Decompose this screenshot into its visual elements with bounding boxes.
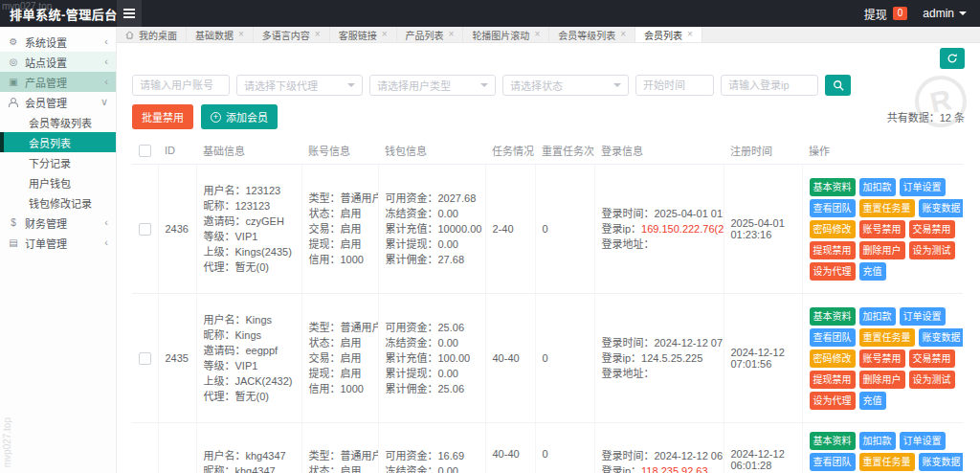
tab-carousel-images[interactable]: 轮播图片滚动×	[463, 27, 549, 42]
info-line: 交易：启用	[309, 221, 374, 236]
sidebar-item-order-management[interactable]: ▤订单管理‹	[0, 233, 116, 253]
withdraw-menu-item[interactable]: 提现 0	[864, 6, 908, 22]
field-label: 等级：	[204, 231, 235, 242]
op-delete-user-button[interactable]: 删除用户	[859, 241, 905, 259]
op-delete-user-button[interactable]: 删除用户	[859, 371, 905, 389]
field-label: 等级：	[204, 360, 235, 372]
refresh-button[interactable]	[940, 48, 965, 69]
op-reset-task-count-button[interactable]: 重置任务量	[859, 328, 915, 347]
field-value: 启用	[341, 465, 362, 473]
reset-count-cell: 0	[535, 294, 594, 423]
info-line: 类型：普通用户	[309, 448, 374, 463]
op-view-team-button[interactable]: 查看团队	[810, 453, 856, 471]
basic-info-cell: 用户名：123123昵称：123123邀请码：czyGEH等级：VIP1上级：K…	[196, 165, 301, 294]
sidebar-item-wallet-modify-records[interactable]: 钱包修改记录	[0, 192, 116, 213]
field-label: 代理：	[204, 261, 235, 273]
close-tab-icon[interactable]: ×	[449, 30, 455, 39]
status-select[interactable]: 请选择状态	[502, 75, 629, 96]
agent-select[interactable]: 请选择下级代理	[236, 75, 363, 96]
close-tab-icon[interactable]: ×	[687, 30, 693, 39]
user-type-select[interactable]: 请选择用户类型	[369, 75, 496, 96]
op-basic-info-button[interactable]: 基本资料	[810, 178, 856, 196]
sidebar-item-member-list[interactable]: 会员列表	[0, 132, 116, 152]
tab-service-link[interactable]: 客服链接×	[330, 27, 397, 42]
op-disable-account-button[interactable]: 账号禁用	[859, 349, 905, 368]
op-set-test-button[interactable]: 设为测试	[909, 371, 955, 389]
close-tab-icon[interactable]: ×	[382, 30, 388, 39]
column-header: ID	[158, 137, 196, 165]
op-order-settings-button[interactable]: 订单设置	[900, 432, 946, 450]
op-set-agent-button[interactable]: 设为代理	[810, 392, 856, 410]
start-time-input[interactable]	[635, 75, 714, 96]
select-placeholder: 请选择下级代理	[244, 78, 318, 93]
login-ip-input[interactable]	[721, 75, 818, 96]
register-time-cell: 2024-12-12 07:01:56	[724, 294, 802, 423]
sidebar-item-member-level-list[interactable]: 会员等级列表	[0, 112, 116, 132]
sidebar-item-downscore-records[interactable]: 下分记录	[0, 152, 116, 172]
tab-label: 客服链接	[339, 28, 377, 42]
row-checkbox[interactable]	[139, 223, 151, 236]
op-set-agent-button[interactable]: 设为代理	[810, 262, 856, 281]
op-disable-account-button[interactable]: 账号禁用	[859, 220, 905, 238]
op-add-deduct-button[interactable]: 加扣款	[859, 307, 896, 326]
close-tab-icon[interactable]: ×	[534, 30, 540, 39]
field-value: VIP1	[235, 231, 258, 242]
reset-count-cell: 0	[535, 423, 594, 473]
op-reset-task-count-button[interactable]: 重置任务量	[859, 453, 915, 471]
op-set-test-button[interactable]: 设为测试	[909, 241, 955, 259]
op-order-settings-button[interactable]: 订单设置	[900, 307, 946, 326]
field-label: 昵称：	[204, 465, 235, 473]
tab-member-list[interactable]: 会员列表×	[635, 27, 702, 42]
column-header: 钱包信息	[378, 137, 485, 165]
ops-button-row: 查看团队重置任务量账变数据	[810, 453, 960, 471]
tab-my-desktop[interactable]: 我的桌面	[117, 27, 187, 42]
op-recharge-button[interactable]: 充值	[859, 262, 886, 281]
sidebar-item-user-wallet[interactable]: 用户钱包	[0, 172, 116, 192]
op-recharge-button[interactable]: 充值	[859, 392, 886, 410]
op-disable-withdraw-button[interactable]: 提现禁用	[810, 241, 856, 259]
info-line: 邀请码：czyGEH	[204, 214, 298, 229]
op-view-team-button[interactable]: 查看团队	[810, 199, 856, 217]
close-tab-icon[interactable]: ×	[620, 30, 626, 39]
field-label: 提现：	[309, 368, 341, 379]
field-label: 累计佣金：	[386, 383, 438, 394]
select-all-checkbox[interactable]	[139, 145, 151, 157]
close-tab-icon[interactable]: ×	[238, 30, 244, 39]
info-line: 昵称：Kings	[204, 327, 298, 343]
sidebar-item-product-management[interactable]: ▣产品管理‹	[0, 72, 116, 92]
tab-member-level-list[interactable]: 会员等级列表×	[549, 27, 635, 42]
ops-button-row: 基本资料加扣款订单设置	[810, 178, 960, 196]
op-change-password-button[interactable]: 密码修改	[810, 220, 856, 238]
op-account-change-data-button[interactable]: 账变数据	[919, 328, 964, 347]
search-button[interactable]	[825, 75, 851, 96]
sidebar-item-member-management[interactable]: 会员管理∨	[0, 92, 116, 112]
batch-disable-button[interactable]: 批量禁用	[132, 104, 193, 129]
row-checkbox[interactable]	[139, 352, 151, 365]
op-basic-info-button[interactable]: 基本资料	[810, 307, 856, 326]
op-reset-task-count-button[interactable]: 重置任务量	[859, 199, 915, 217]
op-disable-trade-button[interactable]: 交易禁用	[909, 349, 955, 368]
account-input[interactable]	[132, 75, 230, 96]
op-change-password-button[interactable]: 密码修改	[810, 349, 856, 368]
add-member-button[interactable]: + 添加会员	[201, 104, 278, 129]
field-label: 登录时间：	[602, 337, 655, 349]
info-line: 登录时间：2024-12-12 07:02	[602, 335, 720, 350]
op-order-settings-button[interactable]: 订单设置	[900, 178, 946, 196]
sidebar-item-system-settings[interactable]: ⚙系统设置‹	[0, 32, 116, 52]
sidebar-item-finance-management[interactable]: $财务管理‹	[0, 213, 116, 233]
op-disable-withdraw-button[interactable]: 提现禁用	[810, 371, 856, 389]
tab-product-list[interactable]: 产品列表×	[397, 27, 464, 42]
op-view-team-button[interactable]: 查看团队	[810, 328, 856, 347]
tab-basic-data[interactable]: 基础数据×	[187, 27, 254, 42]
close-tab-icon[interactable]: ×	[315, 30, 321, 39]
op-add-deduct-button[interactable]: 加扣款	[859, 178, 896, 196]
sidebar-item-site-settings[interactable]: ◎站点设置‹	[0, 52, 116, 72]
op-account-change-data-button[interactable]: 账变数据	[919, 199, 964, 217]
op-disable-trade-button[interactable]: 交易禁用	[909, 220, 955, 238]
op-add-deduct-button[interactable]: 加扣款	[859, 432, 896, 450]
user-menu[interactable]: admin	[923, 7, 967, 20]
hamburger-menu-icon[interactable]	[117, 0, 142, 27]
op-account-change-data-button[interactable]: 账变数据	[919, 453, 964, 471]
op-basic-info-button[interactable]: 基本资料	[810, 432, 856, 450]
tab-multilang-content[interactable]: 多语言内容×	[254, 27, 330, 42]
